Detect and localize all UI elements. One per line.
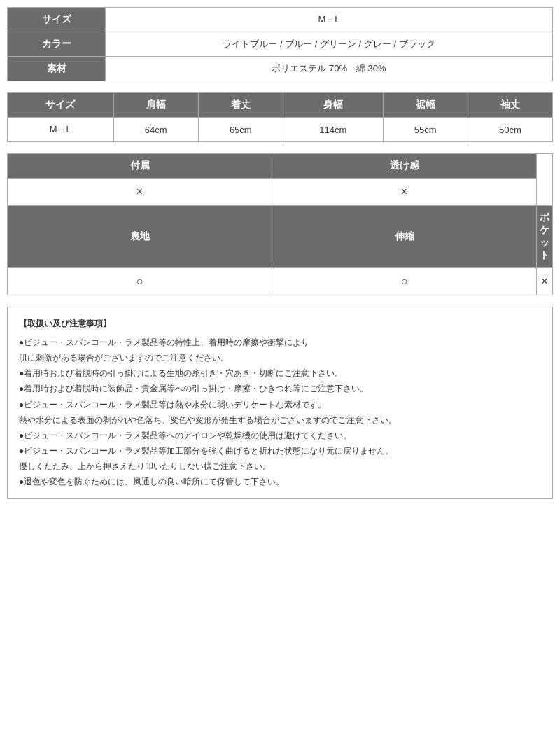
- features-header-row1: 付属透け感: [8, 154, 553, 179]
- features-value-cell: ×: [537, 268, 553, 295]
- info-label: 素材: [8, 57, 106, 81]
- size-header-cell: 身幅: [283, 93, 383, 118]
- size-section: サイズ肩幅着丈身幅裾幅袖丈 M－L64cm65cm114cm55cm50cm: [7, 92, 553, 142]
- info-row: サイズ M－L: [8, 8, 553, 32]
- size-data-cell: M－L: [8, 118, 114, 142]
- notes-section: 【取扱い及び注意事項】 ●ビジュー・スパンコール・ラメ製品等の特性上、着用時の摩…: [7, 307, 553, 499]
- features-value-cell: ×: [272, 179, 537, 206]
- notes-line: 優しくたたみ、上から押さえたり叩いたりしない様ご注意下さい。: [19, 459, 541, 474]
- info-value: ライトブルー / ブルー / グリーン / グレー / ブラック: [106, 32, 553, 57]
- features-header-cell: ポケット: [537, 206, 553, 268]
- size-data-cell: 50cm: [468, 118, 552, 142]
- features-value-cell: ○: [8, 268, 272, 295]
- features-table: 付属透け感××裏地伸縮ポケット○○×: [7, 153, 553, 295]
- size-data-cell: 65cm: [198, 118, 283, 142]
- info-value: ポリエステル 70% 綿 30%: [106, 57, 553, 81]
- notes-lines: ●ビジュー・スパンコール・ラメ製品等の特性上、着用時の摩擦や衝撃により肌に刺激が…: [19, 335, 541, 490]
- size-header-cell: サイズ: [8, 93, 114, 118]
- features-value-cell: ×: [8, 179, 272, 206]
- notes-box: 【取扱い及び注意事項】 ●ビジュー・スパンコール・ラメ製品等の特性上、着用時の摩…: [7, 307, 553, 499]
- features-header-cell: 裏地: [8, 206, 272, 268]
- size-data-cell: 55cm: [383, 118, 468, 142]
- notes-line: ●着用時および着脱時の引っ掛けによる生地の糸引き・穴あき・切断にご注意下さい。: [19, 365, 541, 381]
- notes-line: 熱や水分による表面の剥がれや色落ち、変色や変形が発生する場合がございますのでご注…: [19, 412, 541, 428]
- info-table: サイズ M－L カラー ライトブルー / ブルー / グリーン / グレー / …: [7, 7, 553, 81]
- notes-line: ●ビジュー・スパンコール・ラメ製品等は熱や水分に弱いデリケートな素材です。: [19, 397, 541, 412]
- size-data-cell: 114cm: [283, 118, 383, 142]
- features-value-row2: ○○×: [8, 268, 553, 295]
- features-header-cell: 伸縮: [272, 206, 537, 268]
- size-header-row: サイズ肩幅着丈身幅裾幅袖丈: [8, 93, 553, 118]
- info-section: サイズ M－L カラー ライトブルー / ブルー / グリーン / グレー / …: [7, 7, 553, 81]
- size-header-cell: 裾幅: [383, 93, 468, 118]
- features-value-cell: ○: [272, 268, 537, 295]
- features-header-cell: 付属: [8, 154, 272, 179]
- notes-line: ●ビジュー・スパンコール・ラメ製品等加工部分を強く曲げると折れた状態になり元に戻…: [19, 443, 541, 459]
- notes-line: ●ビジュー・スパンコール・ラメ製品等へのアイロンや乾燥機の使用は避けてください。: [19, 428, 541, 443]
- features-value-row1: ××: [8, 179, 553, 206]
- size-table: サイズ肩幅着丈身幅裾幅袖丈 M－L64cm65cm114cm55cm50cm: [7, 92, 553, 142]
- info-label: サイズ: [8, 8, 106, 32]
- notes-title: 【取扱い及び注意事項】: [19, 316, 541, 332]
- features-header-row2: 裏地伸縮ポケット: [8, 206, 553, 268]
- notes-line: ●着用時および着脱時に装飾品・貴金属等への引っ掛け・摩擦・ひきつれ等にご注意下さ…: [19, 381, 541, 396]
- notes-line: ●ビジュー・スパンコール・ラメ製品等の特性上、着用時の摩擦や衝撃により: [19, 335, 541, 350]
- info-row: カラー ライトブルー / ブルー / グリーン / グレー / ブラック: [8, 32, 553, 57]
- notes-line: ●退色や変色を防ぐためには、風通しの良い暗所にて保管して下さい。: [19, 474, 541, 489]
- size-header-cell: 肩幅: [113, 93, 198, 118]
- size-data-cell: 64cm: [113, 118, 198, 142]
- features-section: 付属透け感××裏地伸縮ポケット○○×: [7, 153, 553, 295]
- info-value: M－L: [106, 8, 553, 32]
- info-row: 素材 ポリエステル 70% 綿 30%: [8, 57, 553, 81]
- info-label: カラー: [8, 32, 106, 57]
- notes-line: 肌に刺激がある場合がございますのでご注意ください。: [19, 350, 541, 365]
- size-data-row: M－L64cm65cm114cm55cm50cm: [8, 118, 553, 142]
- features-header-cell: 透け感: [272, 154, 537, 179]
- size-header-cell: 着丈: [198, 93, 283, 118]
- size-header-cell: 袖丈: [468, 93, 552, 118]
